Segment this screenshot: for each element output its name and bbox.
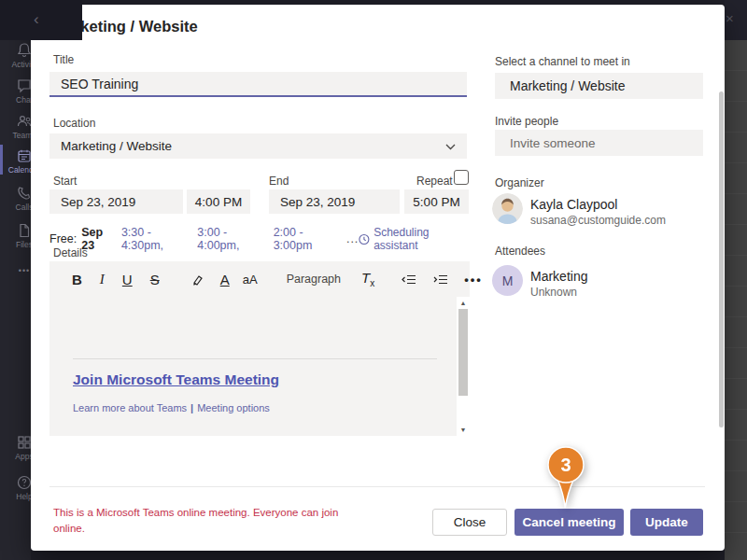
app-titlebar-right: ×: [725, 0, 747, 40]
details-label: Details: [53, 246, 88, 259]
indent-icon: [432, 273, 449, 286]
outdent-icon: [401, 273, 417, 286]
close-button[interactable]: Close: [432, 509, 507, 536]
scroll-up-icon[interactable]: ▲: [457, 300, 470, 306]
scroll-down-icon[interactable]: ▼: [457, 427, 470, 433]
attendee-avatar: M: [492, 265, 523, 296]
meeting-edit-dialog: Marketing / Website Title Location Marke…: [31, 5, 725, 551]
organizer-label: Organizer: [495, 176, 544, 189]
organizer-avatar: [492, 193, 523, 224]
meeting-options-link[interactable]: Meeting options: [197, 402, 270, 413]
chat-icon: [16, 77, 31, 94]
strikethrough-button[interactable]: S: [150, 272, 160, 287]
more-icon: •••: [19, 266, 30, 275]
location-label: Location: [53, 117, 95, 130]
location-dropdown[interactable]: Marketing / Website: [49, 133, 467, 159]
title-input[interactable]: [49, 72, 467, 97]
start-date-field[interactable]: Sep 23, 2019: [49, 189, 183, 214]
dimmed-background-content: [725, 40, 747, 560]
attendee-status: Unknown: [530, 286, 577, 299]
help-icon: [16, 474, 31, 491]
highlight-button[interactable]: [190, 272, 205, 287]
sidebar-item-calls[interactable]: Calls: [0, 185, 31, 212]
attendees-label: Attendees: [495, 245, 545, 258]
attendee-name: Marketing: [530, 269, 587, 284]
bold-button[interactable]: B: [72, 272, 82, 287]
sidebar-item-help[interactable]: Help: [0, 474, 31, 501]
decrease-indent-button[interactable]: [401, 273, 417, 286]
back-icon[interactable]: ‹: [34, 10, 39, 29]
sidebar-item-chat[interactable]: Chat: [0, 77, 31, 105]
editor-content-divider: [73, 358, 437, 359]
app-titlebar-left: ‹: [0, 0, 82, 40]
file-icon: [16, 222, 31, 239]
learn-more-link[interactable]: Learn more about Teams: [73, 402, 187, 413]
free-more-link[interactable]: ...: [346, 232, 359, 245]
link-separator: |: [190, 402, 193, 413]
channel-field[interactable]: Marketing / Website: [495, 73, 703, 99]
sidebar-item-teams[interactable]: Teams: [0, 113, 31, 140]
phone-icon: [16, 185, 31, 202]
italic-button[interactable]: I: [100, 272, 105, 287]
footer-divider: [49, 486, 705, 487]
join-meeting-link[interactable]: Join Microsoft Teams Meeting: [73, 371, 279, 388]
dialog-scrollbar[interactable]: [719, 91, 724, 427]
invite-people-label: Invite people: [495, 115, 558, 128]
title-label: Title: [53, 53, 74, 66]
end-date-field[interactable]: Sep 23, 2019: [269, 189, 400, 214]
people-icon: [16, 113, 31, 130]
editor-scroll-thumb[interactable]: [458, 309, 468, 396]
clock-icon: [359, 233, 370, 245]
sidebar-item-more[interactable]: •••: [0, 260, 31, 277]
underline-button[interactable]: U: [122, 272, 133, 287]
paragraph-dropdown[interactable]: Paragraph: [287, 273, 341, 286]
editor-toolbar: B I U S A aA Paragraph Tx •••: [49, 261, 470, 297]
free-slot-link[interactable]: 2:00 - 3:00pm: [274, 226, 339, 252]
availability-row: Free: Sep 23 3:30 - 4:30pm, 3:00 - 4:00p…: [49, 226, 467, 252]
online-meeting-note: This is a Microsoft Teams online meeting…: [53, 505, 352, 538]
app-rail: Activity Chat Teams Calendar Calls Files…: [0, 40, 31, 560]
organizer-email: susana@customguide.com: [530, 214, 666, 227]
channel-label: Select a channel to meet in: [495, 55, 630, 68]
apps-icon: [16, 434, 31, 451]
clear-formatting-button[interactable]: Tx: [361, 270, 374, 288]
font-color-button[interactable]: A: [220, 272, 230, 287]
sidebar-item-calendar[interactable]: Calendar: [0, 147, 31, 175]
free-prefix: Free:: [49, 232, 77, 245]
repeat-checkbox[interactable]: [454, 170, 469, 185]
free-slot-link[interactable]: 3:00 - 4:00pm,: [197, 226, 265, 252]
details-editor: B I U S A aA Paragraph Tx ••• Join Micro…: [49, 261, 470, 436]
meeting-sub-links: Learn more about Teams|Meeting options: [73, 402, 270, 413]
increase-indent-button[interactable]: [432, 273, 449, 286]
free-slot-link[interactable]: 3:30 - 4:30pm,: [121, 226, 190, 252]
location-value: Marketing / Website: [61, 139, 172, 153]
sidebar-item-apps[interactable]: Apps: [0, 434, 31, 461]
organizer-photo: [492, 193, 523, 224]
invite-input[interactable]: [495, 130, 703, 156]
bell-icon: [16, 42, 31, 59]
end-time-field[interactable]: 5:00 PM: [404, 189, 469, 214]
end-label: End: [269, 175, 289, 188]
start-label: Start: [53, 175, 77, 188]
editor-scrollbar[interactable]: ▲ ▼: [457, 297, 470, 436]
teams-app: { "icons": { "back": "‹", "window_close"…: [0, 0, 747, 560]
callout-number: 3: [560, 455, 571, 475]
organizer-name: Kayla Claypool: [530, 197, 617, 212]
window-close-icon[interactable]: ×: [726, 10, 734, 26]
toolbar-more-button[interactable]: •••: [464, 273, 483, 287]
start-time-field[interactable]: 4:00 PM: [187, 189, 250, 214]
font-size-button[interactable]: aA: [243, 273, 258, 287]
sidebar-item-activity[interactable]: Activity: [0, 42, 31, 69]
repeat-label: Repeat: [416, 175, 453, 188]
step-callout-badge: 3: [544, 445, 587, 516]
chevron-down-icon: [445, 144, 456, 150]
scheduling-assistant-link[interactable]: Scheduling assistant: [359, 226, 467, 252]
update-button[interactable]: Update: [630, 509, 703, 536]
calendar-icon: [16, 147, 31, 164]
highlighter-icon: [190, 272, 205, 287]
sidebar-item-files[interactable]: Files: [0, 222, 31, 249]
